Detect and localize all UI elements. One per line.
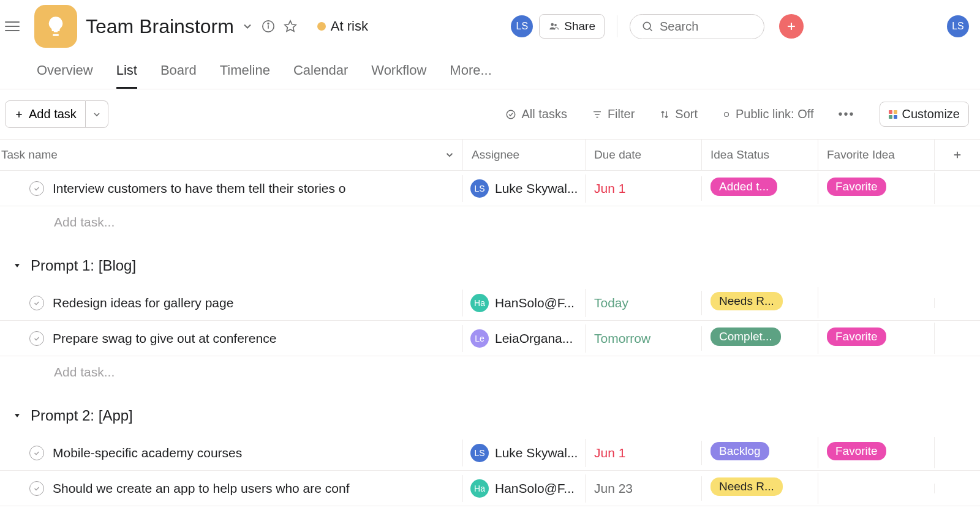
assignee-cell[interactable]: LS Luke Skywal... [463,174,586,203]
task-row[interactable]: Should we create an app to help users wh… [0,471,980,506]
filter-button[interactable]: Filter [592,107,635,121]
due-date-cell[interactable]: Tomorrow [586,326,702,351]
star-icon[interactable] [283,19,298,34]
task-name: Redesign ideas for gallery page [53,296,233,310]
customize-button[interactable]: Customize [880,102,969,127]
all-tasks-filter[interactable]: All tasks [505,107,567,121]
task-name: Prepare swag to give out at conference [53,331,276,346]
idea-status-pill: Added t... [710,178,777,196]
status-indicator[interactable]: At risk [317,18,368,34]
idea-status-cell[interactable]: Backlog [702,437,818,468]
favorite-pill: Favorite [827,328,886,346]
member-avatar[interactable]: LS [511,15,533,37]
sort-button[interactable]: Sort [659,107,698,121]
idea-status-pill: Backlog [710,442,769,460]
task-name: Mobile-specific academy courses [53,446,242,460]
column-assignee[interactable]: Assignee [463,140,586,170]
due-date-cell[interactable]: Jun 1 [586,176,702,201]
svg-point-6 [643,22,650,29]
column-due-date[interactable]: Due date [586,140,702,170]
divider [617,15,617,37]
tab-calendar[interactable]: Calendar [293,62,348,89]
due-date-cell[interactable]: Today [586,291,702,315]
column-task-name[interactable]: Task name [0,140,463,170]
status-text: At risk [331,18,368,34]
assignee-name: Luke Skywal... [495,181,578,196]
project-icon [34,5,77,48]
search-icon [641,20,654,32]
search-input[interactable]: Search [630,14,764,39]
add-column-button[interactable] [935,140,980,170]
task-name: Should we create an app to help users wh… [53,481,349,496]
complete-task-icon[interactable] [29,446,44,460]
idea-status-cell[interactable]: Needs R... [702,287,818,318]
svg-point-2 [268,23,269,24]
add-task-inline[interactable]: Add task... [0,356,980,389]
svg-marker-3 [285,21,296,31]
idea-status-cell[interactable]: Added t... [702,173,818,204]
task-row[interactable]: Redesign ideas for gallery page Ha HanSo… [0,285,980,321]
column-header-row: Task name Assignee Due date Idea Status … [0,140,980,171]
add-task-inline[interactable]: Add task... [0,206,980,239]
tab-more[interactable]: More... [450,62,491,89]
caret-down-icon [12,261,22,271]
assignee-cell[interactable]: Ha HanSolo@F... [463,289,586,317]
column-favorite-idea[interactable]: Favorite Idea [818,140,935,170]
favorite-cell[interactable]: Favorite [818,323,935,354]
tab-board[interactable]: Board [160,62,197,89]
menu-icon[interactable] [5,19,20,34]
svg-marker-19 [15,264,20,267]
complete-task-icon[interactable] [29,331,44,346]
list-toolbar: Add task All tasks Filter Sort Public li… [0,89,980,140]
public-link-toggle[interactable]: Public link: Off [722,107,813,121]
caret-down-icon [12,411,22,421]
assignee-name: LeiaOrgana... [495,331,573,346]
tab-overview[interactable]: Overview [37,62,93,89]
favorite-cell[interactable] [818,298,935,308]
assignee-cell[interactable]: LS Luke Skywal... [463,439,586,467]
tab-list[interactable]: List [116,62,137,89]
section-header[interactable]: Prompt 1: [Blog] [0,239,980,285]
idea-status-pill: Needs R... [710,292,783,310]
assignee-cell[interactable]: Ha HanSolo@F... [463,474,586,503]
complete-task-icon[interactable] [29,296,44,310]
due-date-cell[interactable]: Jun 1 [586,441,702,465]
section-title: Prompt 1: [Blog] [31,257,136,274]
project-title: Team Brainstorm [86,15,234,38]
status-dot-icon [317,22,326,31]
favorite-cell[interactable] [818,484,935,493]
tab-workflow[interactable]: Workflow [371,62,426,89]
task-row[interactable]: Mobile-specific academy courses LS Luke … [0,435,980,471]
chevron-down-icon[interactable] [241,20,254,32]
tab-timeline[interactable]: Timeline [220,62,270,89]
svg-point-4 [551,23,554,26]
section-header[interactable]: Prompt 2: [App] [0,389,980,435]
favorite-cell[interactable]: Favorite [818,437,935,468]
share-button[interactable]: Share [539,14,605,39]
task-row[interactable]: Interview customers to have them tell th… [0,171,980,206]
assignee-avatar: LS [470,179,489,198]
more-actions-button[interactable]: ••• [839,107,855,121]
complete-task-icon[interactable] [29,181,44,196]
due-date-cell[interactable]: Jun 23 [586,476,702,501]
add-task-dropdown[interactable] [86,100,108,128]
assignee-avatar: Le [470,329,489,348]
complete-task-icon[interactable] [29,481,44,496]
favorite-cell[interactable]: Favorite [818,173,935,204]
global-add-button[interactable] [779,14,804,39]
task-row[interactable]: Prepare swag to give out at conference L… [0,321,980,356]
favorite-pill: Favorite [827,178,886,196]
assignee-cell[interactable]: Le LeiaOrgana... [463,324,586,353]
assignee-avatar: Ha [470,294,489,312]
chevron-down-icon[interactable] [444,149,455,160]
assignee-name: HanSolo@F... [495,481,575,496]
svg-point-5 [554,24,557,26]
info-icon[interactable] [261,19,276,34]
grid-icon [889,110,897,119]
column-idea-status[interactable]: Idea Status [702,140,818,170]
idea-status-pill: Needs R... [710,477,783,496]
idea-status-cell[interactable]: Complet... [702,323,818,354]
add-task-button[interactable]: Add task [5,100,86,128]
user-avatar[interactable]: LS [947,15,969,37]
idea-status-cell[interactable]: Needs R... [702,473,818,504]
